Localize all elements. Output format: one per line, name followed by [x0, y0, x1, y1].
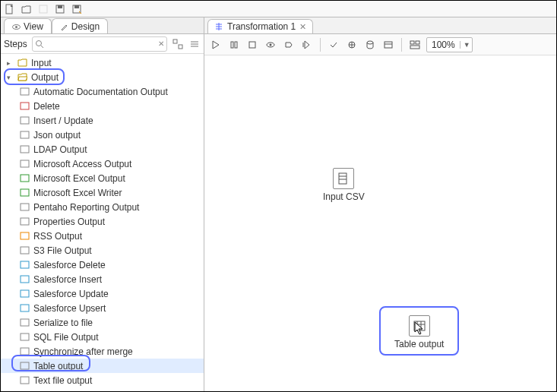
tree-item[interactable]: Text file output: [1, 373, 204, 387]
svg-rect-41: [416, 41, 419, 44]
sql-icon[interactable]: [363, 38, 377, 52]
tree-item[interactable]: Pentaho Reporting Output: [1, 200, 204, 214]
editor-tab-label: Transformation 1: [227, 21, 296, 32]
svg-rect-12: [21, 103, 29, 109]
step-icon: [19, 303, 30, 314]
tab-design-label: Design: [71, 21, 100, 32]
tab-design[interactable]: Design: [52, 18, 108, 33]
svg-rect-42: [410, 46, 419, 49]
step-icon: [19, 173, 30, 184]
steps-header: Steps ✕: [1, 34, 204, 54]
svg-rect-18: [21, 189, 29, 196]
preview-icon[interactable]: [264, 38, 277, 52]
svg-rect-24: [21, 276, 29, 283]
tree-item[interactable]: Salesforce Upsert: [1, 301, 204, 315]
replay-icon[interactable]: [300, 38, 314, 52]
editor-tab[interactable]: Transformation 1 ✕: [207, 19, 313, 33]
tree-label: Salesforce Insert: [33, 274, 102, 285]
svg-rect-9: [173, 40, 177, 43]
tree-label: S3 File Output: [33, 245, 92, 256]
tree-label: Microsoft Excel Output: [33, 173, 125, 184]
tree-item[interactable]: Microsoft Excel Output: [1, 171, 204, 185]
open-file-icon[interactable]: [21, 3, 33, 15]
search-icon: [35, 40, 44, 49]
tree-item-table-output[interactable]: Table output: [1, 359, 204, 373]
tree-label: Synchronize after merge: [33, 346, 133, 357]
tree-item[interactable]: RSS Output: [1, 229, 204, 243]
tree-label: Salesforce Update: [33, 289, 109, 299]
pause-icon[interactable]: [227, 38, 241, 52]
search-wrap: ✕: [32, 36, 167, 52]
verify-icon[interactable]: [327, 38, 340, 52]
tree-label: Text file output: [33, 375, 92, 386]
tree-item[interactable]: Microsoft Excel Writer: [1, 185, 204, 200]
canvas-node-input-csv[interactable]: Input CSV: [323, 168, 365, 202]
tree-label: Input: [31, 58, 52, 68]
step-icon: [19, 188, 30, 198]
collapse-all-icon[interactable]: [188, 38, 201, 50]
search-input[interactable]: [32, 36, 167, 52]
expand-all-icon[interactable]: [172, 38, 184, 50]
svg-point-7: [15, 26, 17, 28]
save-as-icon[interactable]: [71, 3, 83, 15]
svg-rect-16: [21, 160, 29, 167]
run-icon[interactable]: [209, 38, 223, 52]
step-icon: [19, 159, 30, 169]
editor-tabs: Transformation 1 ✕: [204, 17, 556, 34]
eye-icon: [12, 23, 21, 31]
action-icon[interactable]: [37, 3, 49, 15]
tree-item[interactable]: LDAP Output: [1, 142, 204, 156]
debug-icon[interactable]: [282, 38, 296, 52]
tab-view[interactable]: View: [4, 18, 52, 33]
tree-item[interactable]: Insert / Update: [1, 113, 204, 128]
tree-item[interactable]: Salesforce Update: [1, 286, 204, 301]
panel-tabs: View Design: [1, 17, 204, 34]
save-icon[interactable]: [54, 3, 66, 15]
explore-db-icon[interactable]: [381, 38, 395, 52]
tree-item[interactable]: Salesforce Delete: [1, 258, 204, 272]
tree-item[interactable]: Synchronize after merge: [1, 344, 204, 359]
canvas-node-table-output[interactable]: Table output: [379, 306, 459, 356]
svg-rect-32: [231, 42, 233, 48]
tree-item[interactable]: Properties Output: [1, 214, 204, 229]
tree-item[interactable]: Microsoft Access Output: [1, 156, 204, 171]
impact-icon[interactable]: [345, 38, 359, 52]
svg-rect-34: [249, 42, 255, 48]
svg-rect-10: [179, 45, 182, 49]
svg-rect-27: [21, 319, 29, 326]
tree-label: Delete: [33, 101, 60, 112]
close-icon[interactable]: ✕: [299, 22, 306, 32]
tree-label: SQL File Output: [33, 332, 99, 343]
tree-item[interactable]: SQL File Output: [1, 330, 204, 344]
tree-label: Insert / Update: [33, 115, 93, 126]
step-icon: [19, 289, 30, 299]
transformation-icon: [214, 22, 223, 31]
node-icon: [333, 168, 354, 189]
tree-item-output-category[interactable]: ▾ Output: [1, 70, 204, 84]
zoom-combo[interactable]: 100% ▼: [426, 37, 473, 52]
tree-item[interactable]: S3 File Output: [1, 243, 204, 258]
expand-icon: ▸: [7, 59, 13, 67]
step-icon: [19, 115, 30, 126]
step-icon: [19, 375, 30, 386]
new-file-icon[interactable]: [4, 3, 16, 15]
svg-point-36: [270, 43, 272, 46]
separator: [320, 38, 321, 52]
tree-item[interactable]: Automatic Documentation Output: [1, 84, 204, 99]
svg-rect-23: [21, 261, 29, 268]
show-results-icon[interactable]: [408, 38, 422, 52]
steps-label: Steps: [4, 39, 27, 49]
tree-item[interactable]: Delete: [1, 99, 204, 113]
step-icon: [19, 361, 30, 371]
step-icon: [19, 318, 30, 328]
clear-search-icon[interactable]: ✕: [158, 40, 164, 48]
tree-label: Microsoft Excel Writer: [33, 188, 122, 198]
svg-point-8: [36, 40, 41, 46]
tree-item-input-category[interactable]: ▸ Input: [1, 55, 204, 70]
node-label: Table output: [394, 339, 444, 349]
canvas[interactable]: Input CSV Table output: [204, 55, 556, 391]
tree-item[interactable]: Salesforce Insert: [1, 272, 204, 286]
tree-item[interactable]: Json output: [1, 128, 204, 142]
stop-icon[interactable]: [245, 38, 259, 52]
tree-item[interactable]: Serialize to file: [1, 315, 204, 330]
